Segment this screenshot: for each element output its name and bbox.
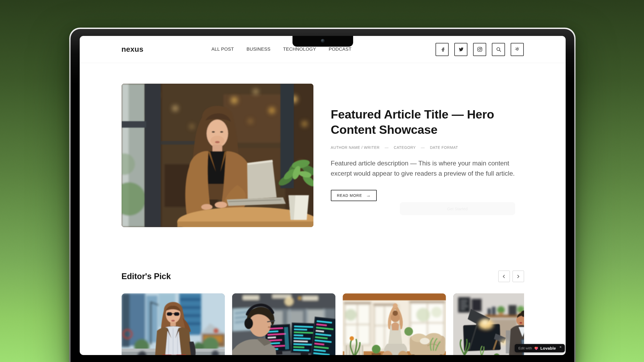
header-actions: [436, 43, 524, 56]
laptop-frame: nexus ALL POST BUSINESS TECHNOLOGY PODCA…: [69, 28, 576, 362]
theme-light-icon: [514, 46, 521, 53]
read-more-button[interactable]: READ MORE →: [331, 190, 377, 201]
carousel-next-button[interactable]: [513, 271, 524, 282]
editor-pick-card-yoga[interactable]: [343, 293, 446, 355]
editors-pick-carousel: [122, 293, 524, 355]
twitter-icon: [458, 46, 464, 53]
featured-article-meta: AUTHOR NAME / WRITER — CATEGORY — DATE F…: [331, 145, 524, 150]
webpage: nexus ALL POST BUSINESS TECHNOLOGY PODCA…: [80, 36, 566, 355]
meta-separator: —: [385, 145, 389, 150]
facebook-button[interactable]: [436, 43, 449, 56]
badge-prefix: Edit with: [518, 346, 532, 350]
editor-pick-card-developer[interactable]: [232, 293, 335, 355]
nav-business[interactable]: BUSINESS: [247, 47, 270, 52]
search-icon: [495, 46, 502, 53]
carousel-controls: [498, 271, 524, 282]
nav-all-post[interactable]: ALL POST: [211, 47, 234, 52]
featured-article-text: Featured Article Title — Hero Content Sh…: [331, 84, 524, 227]
twitter-button[interactable]: [454, 43, 467, 56]
chevron-left-icon: [500, 273, 508, 280]
featured-article-description: Featured article description — This is w…: [331, 158, 524, 179]
camera-notch: [292, 36, 353, 47]
webcam-dot: [321, 39, 325, 43]
main-nav: ALL POST BUSINESS TECHNOLOGY PODCAST: [211, 47, 352, 52]
chevron-right-icon: [514, 273, 522, 280]
editors-pick-section: Editor's Pick: [122, 271, 524, 355]
editors-pick-heading: Editor's Pick: [122, 272, 171, 281]
featured-article-title: Featured Article Title — Hero Content Sh…: [331, 107, 519, 137]
meta-separator: —: [421, 145, 425, 150]
nav-technology[interactable]: TECHNOLOGY: [283, 47, 316, 52]
arrow-right-icon: →: [366, 193, 371, 198]
meta-date: DATE FORMAT: [430, 145, 458, 150]
badge-brand: Lovable: [540, 346, 556, 350]
featured-article-image[interactable]: [122, 84, 313, 227]
site-logo[interactable]: nexus: [122, 45, 144, 54]
facebook-icon: [439, 46, 445, 53]
meta-category: CATEGORY: [394, 145, 416, 150]
editor-pick-card-home-office[interactable]: [453, 293, 524, 355]
theme-toggle-button[interactable]: [511, 43, 524, 56]
meta-author: AUTHOR NAME / WRITER: [331, 145, 380, 150]
search-button[interactable]: [492, 43, 505, 56]
lovable-edit-badge[interactable]: Edit with Lovable ×: [515, 344, 565, 352]
laptop-screen: nexus ALL POST BUSINESS TECHNOLOGY PODCA…: [80, 36, 566, 355]
featured-article-section: Featured Article Title — Hero Content Sh…: [122, 84, 524, 227]
instagram-icon: [477, 46, 483, 53]
editor-pick-card-street-fashion[interactable]: [122, 293, 225, 355]
lovable-heart-icon: [534, 346, 539, 350]
carousel-prev-button[interactable]: [498, 271, 510, 282]
badge-close-icon[interactable]: ×: [559, 344, 562, 350]
nav-podcast[interactable]: PODCAST: [329, 47, 352, 52]
instagram-button[interactable]: [473, 43, 486, 56]
laptop-bezel: nexus ALL POST BUSINESS TECHNOLOGY PODCA…: [71, 29, 574, 362]
